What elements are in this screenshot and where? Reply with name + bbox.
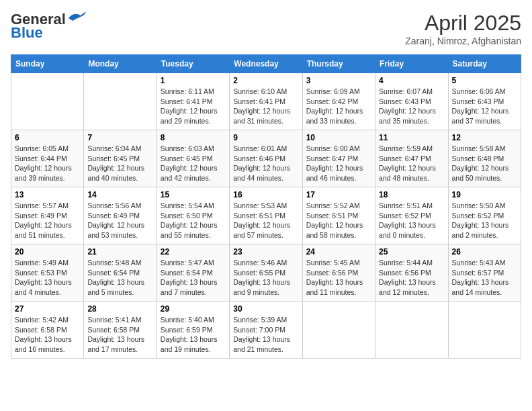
day-number: 21 [87, 247, 152, 257]
day-number: 3 [306, 76, 371, 85]
calendar-cell: 21Sunrise: 5:48 AM Sunset: 6:54 PM Dayli… [84, 244, 157, 302]
calendar-week-row-1: 1Sunrise: 6:11 AM Sunset: 6:41 PM Daylig… [11, 73, 521, 130]
calendar-cell: 23Sunrise: 5:46 AM Sunset: 6:55 PM Dayli… [230, 244, 302, 302]
day-number: 13 [15, 190, 80, 199]
calendar-header-monday: Monday [84, 55, 157, 73]
calendar-week-row-2: 6Sunrise: 6:05 AM Sunset: 6:44 PM Daylig… [11, 130, 521, 187]
day-number: 24 [306, 247, 371, 257]
calendar-week-row-5: 27Sunrise: 5:42 AM Sunset: 6:58 PM Dayli… [11, 302, 521, 359]
calendar-cell: 27Sunrise: 5:42 AM Sunset: 6:58 PM Dayli… [11, 302, 84, 359]
day-number: 6 [15, 133, 80, 142]
day-info: Sunrise: 5:57 AM Sunset: 6:49 PM Dayligh… [15, 201, 80, 240]
day-number: 9 [233, 133, 298, 142]
calendar-cell: 4Sunrise: 6:07 AM Sunset: 6:43 PM Daylig… [375, 73, 448, 130]
logo-bird-icon [67, 10, 87, 24]
calendar-cell: 25Sunrise: 5:44 AM Sunset: 6:56 PM Dayli… [375, 244, 448, 302]
calendar-cell [84, 73, 157, 130]
day-number: 27 [15, 304, 80, 314]
day-info: Sunrise: 5:53 AM Sunset: 6:51 PM Dayligh… [233, 201, 298, 240]
day-number: 10 [306, 133, 371, 142]
calendar-cell: 19Sunrise: 5:50 AM Sunset: 6:52 PM Dayli… [448, 187, 521, 244]
calendar-header-tuesday: Tuesday [157, 55, 229, 73]
day-number: 1 [161, 76, 226, 85]
calendar-cell: 17Sunrise: 5:52 AM Sunset: 6:51 PM Dayli… [302, 187, 375, 244]
day-info: Sunrise: 5:51 AM Sunset: 6:52 PM Dayligh… [379, 201, 444, 240]
day-info: Sunrise: 6:05 AM Sunset: 6:44 PM Dayligh… [15, 144, 80, 183]
day-number: 26 [452, 247, 517, 257]
calendar-header-thursday: Thursday [302, 55, 375, 73]
calendar-cell: 2Sunrise: 6:10 AM Sunset: 6:41 PM Daylig… [230, 73, 302, 130]
calendar-cell: 20Sunrise: 5:49 AM Sunset: 6:53 PM Dayli… [11, 244, 84, 302]
day-info: Sunrise: 5:47 AM Sunset: 6:54 PM Dayligh… [161, 258, 226, 298]
calendar-cell: 29Sunrise: 5:40 AM Sunset: 6:59 PM Dayli… [157, 302, 229, 359]
day-info: Sunrise: 5:46 AM Sunset: 6:55 PM Dayligh… [233, 258, 298, 298]
day-number: 12 [452, 133, 517, 142]
day-number: 22 [161, 247, 226, 257]
day-number: 14 [87, 190, 152, 199]
day-info: Sunrise: 5:39 AM Sunset: 7:00 PM Dayligh… [233, 315, 298, 355]
calendar-cell: 6Sunrise: 6:05 AM Sunset: 6:44 PM Daylig… [11, 130, 84, 187]
day-info: Sunrise: 5:41 AM Sunset: 6:58 PM Dayligh… [87, 315, 152, 355]
day-info: Sunrise: 5:48 AM Sunset: 6:54 PM Dayligh… [87, 258, 152, 298]
day-number: 15 [161, 190, 226, 199]
day-info: Sunrise: 5:43 AM Sunset: 6:57 PM Dayligh… [452, 258, 517, 298]
logo: General Blue [11, 11, 87, 42]
calendar-cell: 10Sunrise: 6:00 AM Sunset: 6:47 PM Dayli… [302, 130, 375, 187]
day-info: Sunrise: 6:03 AM Sunset: 6:45 PM Dayligh… [161, 144, 226, 183]
calendar-cell: 18Sunrise: 5:51 AM Sunset: 6:52 PM Dayli… [375, 187, 448, 244]
day-number: 29 [161, 304, 226, 314]
day-info: Sunrise: 6:01 AM Sunset: 6:46 PM Dayligh… [233, 144, 298, 183]
calendar-header-row: SundayMondayTuesdayWednesdayThursdayFrid… [11, 55, 521, 73]
day-info: Sunrise: 6:04 AM Sunset: 6:45 PM Dayligh… [87, 144, 152, 183]
day-number: 17 [306, 190, 371, 199]
day-info: Sunrise: 6:09 AM Sunset: 6:42 PM Dayligh… [306, 87, 371, 126]
title-area: April 2025 Zaranj, Nimroz, Afghanistan [405, 11, 521, 46]
page-header: General Blue April 2025 Zaranj, Nimroz, … [11, 11, 521, 46]
day-number: 20 [15, 247, 80, 257]
day-number: 8 [161, 133, 226, 142]
calendar-week-row-3: 13Sunrise: 5:57 AM Sunset: 6:49 PM Dayli… [11, 187, 521, 244]
calendar-cell: 26Sunrise: 5:43 AM Sunset: 6:57 PM Dayli… [448, 244, 521, 302]
calendar-cell [375, 302, 448, 359]
day-number: 19 [452, 190, 517, 199]
calendar-cell: 1Sunrise: 6:11 AM Sunset: 6:41 PM Daylig… [157, 73, 229, 130]
day-number: 2 [233, 76, 298, 85]
calendar-week-row-4: 20Sunrise: 5:49 AM Sunset: 6:53 PM Dayli… [11, 244, 521, 302]
calendar-cell: 24Sunrise: 5:45 AM Sunset: 6:56 PM Dayli… [302, 244, 375, 302]
location: Zaranj, Nimroz, Afghanistan [405, 36, 521, 46]
calendar-header-sunday: Sunday [11, 55, 84, 73]
calendar-cell: 9Sunrise: 6:01 AM Sunset: 6:46 PM Daylig… [230, 130, 302, 187]
calendar-header-friday: Friday [375, 55, 448, 73]
calendar-cell: 22Sunrise: 5:47 AM Sunset: 6:54 PM Dayli… [157, 244, 229, 302]
day-info: Sunrise: 5:49 AM Sunset: 6:53 PM Dayligh… [15, 258, 80, 298]
day-number: 18 [379, 190, 444, 199]
day-number: 4 [379, 76, 444, 85]
calendar-cell: 8Sunrise: 6:03 AM Sunset: 6:45 PM Daylig… [157, 130, 229, 187]
day-info: Sunrise: 5:40 AM Sunset: 6:59 PM Dayligh… [161, 315, 226, 355]
day-info: Sunrise: 5:59 AM Sunset: 6:47 PM Dayligh… [379, 144, 444, 183]
day-info: Sunrise: 5:45 AM Sunset: 6:56 PM Dayligh… [306, 258, 371, 298]
calendar-cell: 30Sunrise: 5:39 AM Sunset: 7:00 PM Dayli… [230, 302, 302, 359]
calendar-cell: 7Sunrise: 6:04 AM Sunset: 6:45 PM Daylig… [84, 130, 157, 187]
calendar-header-wednesday: Wednesday [230, 55, 302, 73]
calendar-cell: 28Sunrise: 5:41 AM Sunset: 6:58 PM Dayli… [84, 302, 157, 359]
calendar-table: SundayMondayTuesdayWednesdayThursdayFrid… [11, 54, 521, 359]
day-info: Sunrise: 5:58 AM Sunset: 6:48 PM Dayligh… [452, 144, 517, 183]
day-number: 23 [233, 247, 298, 257]
day-number: 11 [379, 133, 444, 142]
calendar-cell [11, 73, 84, 130]
day-number: 28 [87, 304, 152, 314]
day-info: Sunrise: 6:10 AM Sunset: 6:41 PM Dayligh… [233, 87, 298, 126]
calendar-cell: 14Sunrise: 5:56 AM Sunset: 6:49 PM Dayli… [84, 187, 157, 244]
day-info: Sunrise: 6:06 AM Sunset: 6:43 PM Dayligh… [452, 87, 517, 126]
calendar-cell: 5Sunrise: 6:06 AM Sunset: 6:43 PM Daylig… [448, 73, 521, 130]
calendar-cell: 13Sunrise: 5:57 AM Sunset: 6:49 PM Dayli… [11, 187, 84, 244]
calendar-cell: 16Sunrise: 5:53 AM Sunset: 6:51 PM Dayli… [230, 187, 302, 244]
calendar-header-saturday: Saturday [448, 55, 521, 73]
day-info: Sunrise: 6:11 AM Sunset: 6:41 PM Dayligh… [161, 87, 226, 126]
calendar-cell: 11Sunrise: 5:59 AM Sunset: 6:47 PM Dayli… [375, 130, 448, 187]
day-info: Sunrise: 5:56 AM Sunset: 6:49 PM Dayligh… [87, 201, 152, 240]
day-info: Sunrise: 5:50 AM Sunset: 6:52 PM Dayligh… [452, 201, 517, 240]
month-title: April 2025 [405, 11, 521, 36]
calendar-cell [448, 302, 521, 359]
